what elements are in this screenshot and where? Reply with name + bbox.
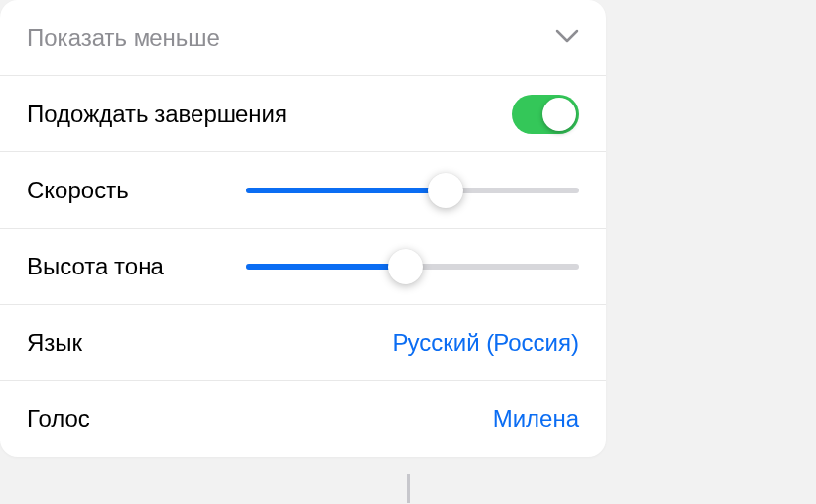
speed-slider-thumb xyxy=(428,173,463,208)
pitch-row: Высота тона xyxy=(0,229,606,305)
settings-card: Показать меньше Подождать завершения Ско… xyxy=(0,0,606,457)
show-less-label: Показать меньше xyxy=(27,24,220,52)
wait-completion-row: Подождать завершения xyxy=(0,76,606,152)
speed-slider-fill xyxy=(246,188,446,193)
pitch-slider-thumb xyxy=(388,249,423,284)
language-label: Язык xyxy=(27,329,82,357)
speed-label: Скорость xyxy=(27,177,129,204)
pitch-label: Высота тона xyxy=(27,253,164,280)
connector-stem xyxy=(407,474,410,503)
language-value: Русский (Россия) xyxy=(393,329,579,357)
speed-row: Скорость xyxy=(0,152,606,229)
wait-completion-toggle[interactable] xyxy=(512,95,579,134)
pitch-slider-fill xyxy=(246,264,406,270)
voice-label: Голос xyxy=(27,405,90,433)
language-row[interactable]: Язык Русский (Россия) xyxy=(0,305,606,381)
pitch-slider[interactable] xyxy=(246,264,579,270)
chevron-down-icon xyxy=(555,29,579,47)
speed-slider[interactable] xyxy=(246,188,579,193)
voice-row[interactable]: Голос Милена xyxy=(0,381,606,457)
toggle-thumb xyxy=(542,98,576,131)
wait-completion-label: Подождать завершения xyxy=(27,101,287,128)
show-less-row[interactable]: Показать меньше xyxy=(0,0,606,76)
voice-value: Милена xyxy=(494,405,579,433)
